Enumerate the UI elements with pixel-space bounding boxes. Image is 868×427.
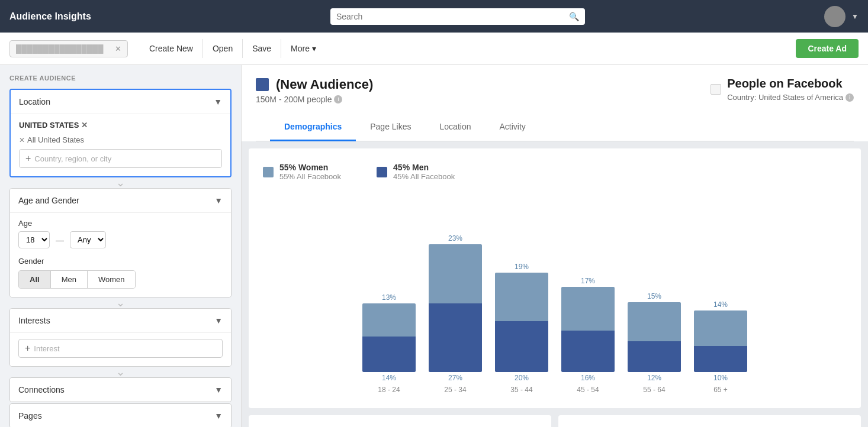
men-pct-1: 27% xyxy=(448,374,462,382)
bar-chart: 13% 14% 18 - 24 23% 27% 25 - 34 19% 20% … xyxy=(263,193,847,394)
bar-women-2 xyxy=(495,273,548,321)
interests-header[interactable]: Interests ▼ xyxy=(10,309,231,332)
connections-label: Connections xyxy=(18,385,65,394)
gender-men-button[interactable]: Men xyxy=(51,271,88,288)
facebook-checkbox[interactable] xyxy=(711,84,721,95)
bar-women-1 xyxy=(429,244,482,303)
age-gender-panel-deco: ⌄ xyxy=(9,299,232,308)
gender-women-button[interactable]: Women xyxy=(88,271,136,288)
tab-activity[interactable]: Activity xyxy=(485,114,539,141)
age-range-2: 35 - 44 xyxy=(510,386,532,394)
bar-men-5 xyxy=(694,346,747,372)
location-subtag-remove-icon[interactable]: ✕ xyxy=(19,136,25,144)
bar-women-5 xyxy=(694,310,747,346)
audience-name-blurred: ████████████████ xyxy=(16,44,103,53)
men-pct-2: 20% xyxy=(515,374,529,382)
audience-selector[interactable]: ████████████████ ✕ xyxy=(9,40,128,57)
women-pct-0: 13% xyxy=(382,293,396,302)
facebook-info: People on Facebook Country: United State… xyxy=(727,77,854,102)
men-pct-3: 16% xyxy=(581,374,595,382)
location-chevron-icon: ▼ xyxy=(214,97,222,106)
interests-label: Interests xyxy=(18,316,50,325)
age-group-45 - 54: 17% 16% 45 - 54 xyxy=(558,277,618,394)
audience-selector-arrow-icon: ✕ xyxy=(115,44,121,53)
bar-men-4 xyxy=(628,341,681,372)
search-input[interactable] xyxy=(336,12,565,21)
audience-info-icon[interactable]: i xyxy=(334,95,342,103)
sidebar: CREATE AUDIENCE Location ▼ UNITED STATES… xyxy=(0,65,242,427)
connections-header[interactable]: Connections ▼ xyxy=(10,378,231,402)
bar-women-0 xyxy=(362,303,416,337)
pages-header[interactable]: Pages ▼ xyxy=(10,404,231,427)
facebook-subtitle: Country: United States of America i xyxy=(727,93,854,102)
men-pct-5: 10% xyxy=(713,374,728,382)
age-gender-body: Age 18 — Any Gender All Men Women xyxy=(10,212,231,297)
create-ad-button[interactable]: Create Ad xyxy=(796,39,859,58)
save-button[interactable]: Save xyxy=(243,39,281,58)
women-legend-item: 55% Women 55% All Facebook xyxy=(263,163,341,181)
create-new-button[interactable]: Create New xyxy=(140,39,203,58)
more-button[interactable]: More ▾ xyxy=(281,39,326,58)
bar-men-1 xyxy=(429,303,482,372)
women-pct-5: 14% xyxy=(713,300,728,309)
women-pct-3: 17% xyxy=(581,277,595,285)
tab-page-likes[interactable]: Page Likes xyxy=(356,114,425,141)
age-from-select[interactable]: 18 xyxy=(18,231,50,248)
age-range-5: 65 + xyxy=(713,386,728,394)
age-gender-header[interactable]: Age and Gender ▼ xyxy=(10,189,231,212)
audience-header-row: (New Audience) 150M - 200M people i Peop… xyxy=(256,77,854,104)
bar-men-3 xyxy=(561,331,615,372)
location-label: Location xyxy=(19,97,50,106)
bar-women-4 xyxy=(628,302,681,341)
women-pct-1: 23% xyxy=(448,234,462,242)
facebook-block: People on Facebook Country: United State… xyxy=(711,77,854,102)
pages-label: Pages xyxy=(18,411,42,420)
location-subtag: ✕ All United States xyxy=(19,135,222,144)
audience-color-box xyxy=(256,78,269,91)
tab-demographics[interactable]: Demographics xyxy=(270,114,356,141)
interests-chevron-icon: ▼ xyxy=(214,316,223,325)
age-group-25 - 34: 23% 27% 25 - 34 xyxy=(426,234,485,394)
age-range-3: 45 - 54 xyxy=(577,386,599,394)
nav-right: ▼ xyxy=(824,6,859,27)
gender-all-button[interactable]: All xyxy=(19,271,51,288)
main-layout: CREATE AUDIENCE Location ▼ UNITED STATES… xyxy=(0,65,868,427)
age-row: 18 — Any xyxy=(18,231,223,248)
chart-section: 55% Women 55% All Facebook 45% Men 45% A… xyxy=(249,148,861,408)
open-button[interactable]: Open xyxy=(203,39,243,58)
location-tags: UNITED STATES ✕ xyxy=(19,120,222,130)
age-range-0: 18 - 24 xyxy=(378,386,400,394)
location-tag-remove-icon[interactable]: ✕ xyxy=(81,121,88,130)
gender-buttons: All Men Women xyxy=(18,270,136,289)
men-pct-0: 14% xyxy=(382,374,396,382)
top-nav: Audience Insights 🔍 ▼ xyxy=(0,0,868,33)
search-box[interactable]: 🔍 xyxy=(330,8,585,25)
location-add-input[interactable]: + Country, region, or city xyxy=(19,149,222,168)
audience-title-block: (New Audience) xyxy=(256,77,373,92)
main-content: (New Audience) 150M - 200M people i Peop… xyxy=(242,65,868,427)
age-group-65 +: 14% 10% 65 + xyxy=(691,300,750,394)
location-panel: Location ▼ UNITED STATES ✕ ✕ All United … xyxy=(9,89,232,177)
women-legend-box xyxy=(263,167,274,177)
tab-location[interactable]: Location xyxy=(426,114,486,141)
location-section-header[interactable]: Location ▼ xyxy=(11,90,230,114)
interest-add-icon: + xyxy=(25,343,30,354)
audience-count: 150M - 200M people i xyxy=(256,95,373,104)
bar-men-2 xyxy=(495,321,548,372)
create-audience-label: CREATE AUDIENCE xyxy=(9,75,232,82)
age-range-4: 55 - 64 xyxy=(643,386,665,394)
nav-arrow-icon[interactable]: ▼ xyxy=(851,12,859,21)
audience-header: (New Audience) 150M - 200M people i Peop… xyxy=(242,65,868,141)
men-legend-item: 45% Men 45% All Facebook xyxy=(377,163,455,181)
age-gender-chevron-icon: ▼ xyxy=(214,196,223,205)
connections-panel: Connections ▼ xyxy=(9,377,232,402)
toolbar: ████████████████ ✕ Create New Open Save … xyxy=(0,33,868,65)
audience-title: (New Audience) xyxy=(276,77,373,92)
age-to-select[interactable]: Any xyxy=(70,231,106,248)
age-dash: — xyxy=(56,235,64,245)
audience-info-block: (New Audience) 150M - 200M people i xyxy=(256,77,373,104)
women-pct-2: 19% xyxy=(515,263,529,271)
facebook-info-icon[interactable]: i xyxy=(846,93,854,102)
interests-body: + Interest xyxy=(10,332,231,366)
interest-add-input[interactable]: + Interest xyxy=(18,339,223,358)
